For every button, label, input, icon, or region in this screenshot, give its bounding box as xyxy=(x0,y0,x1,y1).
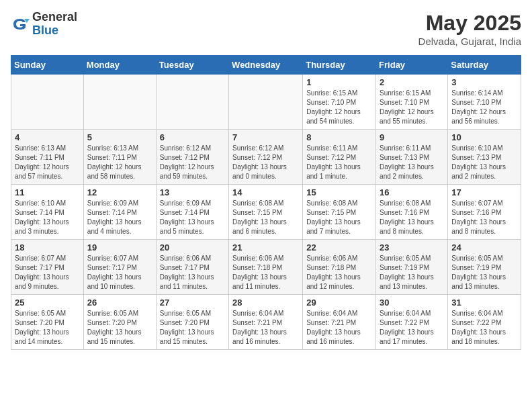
title-area: May 2025 Delvada, Gujarat, India xyxy=(418,11,521,47)
logo-text: General Blue xyxy=(32,11,77,38)
day-info: Sunrise: 6:07 AM Sunset: 7:16 PM Dayligh… xyxy=(451,199,517,236)
day-info: Sunrise: 6:15 AM Sunset: 7:10 PM Dayligh… xyxy=(306,89,372,126)
day-number: 30 xyxy=(380,298,444,308)
day-number: 8 xyxy=(306,132,372,142)
day-number: 9 xyxy=(380,132,444,142)
weekday-header-tuesday: Tuesday xyxy=(156,56,228,75)
day-info: Sunrise: 6:04 AM Sunset: 7:21 PM Dayligh… xyxy=(306,309,372,347)
calendar-cell: 31Sunrise: 6:04 AM Sunset: 7:22 PM Dayli… xyxy=(448,295,521,350)
calendar-week-row: 18Sunrise: 6:07 AM Sunset: 7:17 PM Dayli… xyxy=(11,240,521,295)
day-info: Sunrise: 6:05 AM Sunset: 7:20 PM Dayligh… xyxy=(15,309,80,347)
calendar-cell: 23Sunrise: 6:05 AM Sunset: 7:19 PM Dayli… xyxy=(376,240,448,295)
weekday-header-row: SundayMondayTuesdayWednesdayThursdayFrid… xyxy=(11,56,521,75)
day-number: 3 xyxy=(451,77,517,87)
day-info: Sunrise: 6:04 AM Sunset: 7:21 PM Dayligh… xyxy=(232,309,299,347)
calendar-cell: 15Sunrise: 6:08 AM Sunset: 7:15 PM Dayli… xyxy=(303,185,376,240)
logo-general: General xyxy=(32,11,77,24)
day-info: Sunrise: 6:06 AM Sunset: 7:18 PM Dayligh… xyxy=(232,254,299,291)
calendar-cell: 9Sunrise: 6:11 AM Sunset: 7:13 PM Daylig… xyxy=(376,130,448,185)
day-number: 7 xyxy=(232,132,299,142)
day-number: 14 xyxy=(232,187,299,197)
calendar-cell: 27Sunrise: 6:05 AM Sunset: 7:20 PM Dayli… xyxy=(156,295,228,350)
day-info: Sunrise: 6:04 AM Sunset: 7:22 PM Dayligh… xyxy=(451,309,517,347)
calendar-cell: 14Sunrise: 6:08 AM Sunset: 7:15 PM Dayli… xyxy=(229,185,303,240)
day-info: Sunrise: 6:08 AM Sunset: 7:16 PM Dayligh… xyxy=(380,199,444,236)
weekday-header-saturday: Saturday xyxy=(448,56,521,75)
calendar-cell: 1Sunrise: 6:15 AM Sunset: 7:10 PM Daylig… xyxy=(303,75,376,130)
calendar-week-row: 1Sunrise: 6:15 AM Sunset: 7:10 PM Daylig… xyxy=(11,75,521,130)
day-info: Sunrise: 6:08 AM Sunset: 7:15 PM Dayligh… xyxy=(232,199,299,236)
calendar-cell: 26Sunrise: 6:05 AM Sunset: 7:20 PM Dayli… xyxy=(83,295,156,350)
day-number: 1 xyxy=(306,77,372,87)
day-number: 6 xyxy=(160,132,225,142)
day-number: 4 xyxy=(15,132,80,142)
day-info: Sunrise: 6:11 AM Sunset: 7:13 PM Dayligh… xyxy=(380,144,444,181)
calendar-cell: 22Sunrise: 6:06 AM Sunset: 7:18 PM Dayli… xyxy=(303,240,376,295)
day-info: Sunrise: 6:06 AM Sunset: 7:18 PM Dayligh… xyxy=(306,254,372,291)
day-info: Sunrise: 6:13 AM Sunset: 7:11 PM Dayligh… xyxy=(87,144,152,181)
logo-blue: Blue xyxy=(32,24,77,38)
month-title: May 2025 xyxy=(418,11,521,36)
day-number: 21 xyxy=(232,242,299,253)
weekday-header-sunday: Sunday xyxy=(11,56,84,75)
calendar-cell: 30Sunrise: 6:04 AM Sunset: 7:22 PM Dayli… xyxy=(376,295,448,350)
day-number: 10 xyxy=(451,132,517,142)
calendar-cell: 5Sunrise: 6:13 AM Sunset: 7:11 PM Daylig… xyxy=(83,130,156,185)
day-number: 22 xyxy=(306,242,372,253)
day-info: Sunrise: 6:12 AM Sunset: 7:12 PM Dayligh… xyxy=(232,144,299,181)
calendar-cell: 29Sunrise: 6:04 AM Sunset: 7:21 PM Dayli… xyxy=(303,295,376,350)
day-info: Sunrise: 6:10 AM Sunset: 7:14 PM Dayligh… xyxy=(15,199,80,236)
day-info: Sunrise: 6:12 AM Sunset: 7:12 PM Dayligh… xyxy=(160,144,225,181)
day-info: Sunrise: 6:06 AM Sunset: 7:17 PM Dayligh… xyxy=(160,254,225,291)
day-info: Sunrise: 6:04 AM Sunset: 7:22 PM Dayligh… xyxy=(380,309,444,347)
day-number: 17 xyxy=(451,187,517,197)
calendar-cell xyxy=(156,75,228,130)
day-number: 29 xyxy=(306,298,372,308)
day-info: Sunrise: 6:05 AM Sunset: 7:19 PM Dayligh… xyxy=(451,254,517,291)
calendar-week-row: 4Sunrise: 6:13 AM Sunset: 7:11 PM Daylig… xyxy=(11,130,521,185)
day-info: Sunrise: 6:13 AM Sunset: 7:11 PM Dayligh… xyxy=(15,144,80,181)
calendar-cell xyxy=(83,75,156,130)
calendar-cell: 21Sunrise: 6:06 AM Sunset: 7:18 PM Dayli… xyxy=(229,240,303,295)
day-info: Sunrise: 6:09 AM Sunset: 7:14 PM Dayligh… xyxy=(160,199,225,236)
day-number: 20 xyxy=(160,242,225,253)
day-number: 19 xyxy=(87,242,152,253)
day-number: 24 xyxy=(451,242,517,253)
weekday-header-thursday: Thursday xyxy=(303,56,376,75)
calendar-cell: 20Sunrise: 6:06 AM Sunset: 7:17 PM Dayli… xyxy=(156,240,228,295)
day-number: 15 xyxy=(306,187,372,197)
calendar-cell: 25Sunrise: 6:05 AM Sunset: 7:20 PM Dayli… xyxy=(11,295,84,350)
day-info: Sunrise: 6:05 AM Sunset: 7:20 PM Dayligh… xyxy=(87,309,152,347)
calendar-cell: 12Sunrise: 6:09 AM Sunset: 7:14 PM Dayli… xyxy=(83,185,156,240)
calendar-cell: 2Sunrise: 6:15 AM Sunset: 7:10 PM Daylig… xyxy=(376,75,448,130)
calendar-week-row: 25Sunrise: 6:05 AM Sunset: 7:20 PM Dayli… xyxy=(11,295,521,350)
day-number: 12 xyxy=(87,187,152,197)
calendar-cell: 7Sunrise: 6:12 AM Sunset: 7:12 PM Daylig… xyxy=(229,130,303,185)
logo: General Blue xyxy=(11,11,77,38)
calendar-cell: 19Sunrise: 6:07 AM Sunset: 7:17 PM Dayli… xyxy=(83,240,156,295)
day-info: Sunrise: 6:07 AM Sunset: 7:17 PM Dayligh… xyxy=(87,254,152,291)
day-info: Sunrise: 6:05 AM Sunset: 7:19 PM Dayligh… xyxy=(380,254,444,291)
calendar-cell: 8Sunrise: 6:11 AM Sunset: 7:12 PM Daylig… xyxy=(303,130,376,185)
calendar-cell: 4Sunrise: 6:13 AM Sunset: 7:11 PM Daylig… xyxy=(11,130,84,185)
calendar-cell: 10Sunrise: 6:10 AM Sunset: 7:13 PM Dayli… xyxy=(448,130,521,185)
calendar-table: SundayMondayTuesdayWednesdayThursdayFrid… xyxy=(11,55,521,350)
day-number: 5 xyxy=(87,132,152,142)
calendar-cell xyxy=(229,75,303,130)
calendar-cell: 13Sunrise: 6:09 AM Sunset: 7:14 PM Dayli… xyxy=(156,185,228,240)
weekday-header-friday: Friday xyxy=(376,56,448,75)
page-header: General Blue May 2025 Delvada, Gujarat, … xyxy=(11,11,521,47)
day-number: 28 xyxy=(232,298,299,308)
day-info: Sunrise: 6:15 AM Sunset: 7:10 PM Dayligh… xyxy=(380,89,444,126)
weekday-header-wednesday: Wednesday xyxy=(229,56,303,75)
calendar-cell: 16Sunrise: 6:08 AM Sunset: 7:16 PM Dayli… xyxy=(376,185,448,240)
day-info: Sunrise: 6:11 AM Sunset: 7:12 PM Dayligh… xyxy=(306,144,372,181)
day-info: Sunrise: 6:10 AM Sunset: 7:13 PM Dayligh… xyxy=(451,144,517,181)
day-number: 16 xyxy=(380,187,444,197)
calendar-cell: 28Sunrise: 6:04 AM Sunset: 7:21 PM Dayli… xyxy=(229,295,303,350)
calendar-cell: 3Sunrise: 6:14 AM Sunset: 7:10 PM Daylig… xyxy=(448,75,521,130)
calendar-cell: 18Sunrise: 6:07 AM Sunset: 7:17 PM Dayli… xyxy=(11,240,84,295)
day-number: 2 xyxy=(380,77,444,87)
day-number: 18 xyxy=(15,242,80,253)
calendar-cell: 17Sunrise: 6:07 AM Sunset: 7:16 PM Dayli… xyxy=(448,185,521,240)
